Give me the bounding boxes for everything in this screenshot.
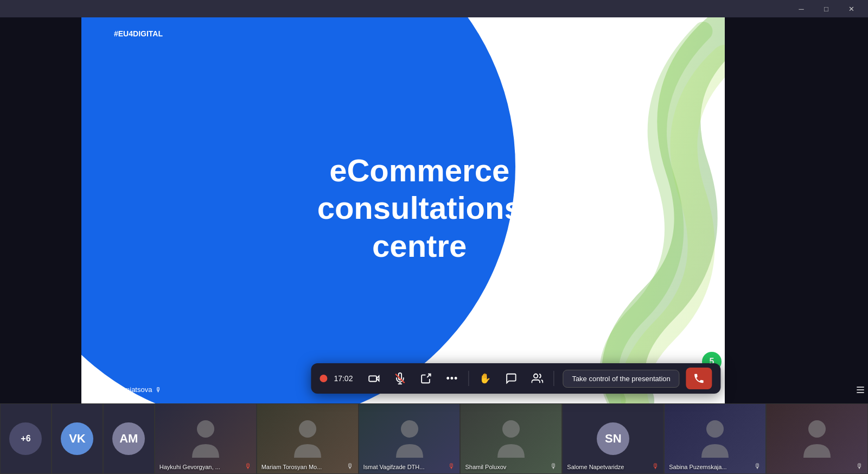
participant-tile-last[interactable]: 🎙 xyxy=(766,403,868,474)
minimize-button[interactable]: ─ xyxy=(789,0,814,17)
svg-point-8 xyxy=(299,420,316,438)
presenter-name-label: Valeryia Kuzniatsova 🎙 xyxy=(87,385,162,394)
participant-tile-extra[interactable]: +6 xyxy=(0,403,52,474)
camera-button[interactable] xyxy=(362,366,386,390)
participant-tile-am[interactable]: AM xyxy=(103,403,155,474)
svg-point-9 xyxy=(401,420,418,438)
svg-point-12 xyxy=(808,420,826,438)
svg-point-7 xyxy=(197,420,214,438)
mic-icon-mariam: 🎙 xyxy=(347,462,354,470)
avatar-vk: VK xyxy=(61,422,93,455)
participant-tile-ismat[interactable]: Ismat Vagifzade DTH... 🎙 xyxy=(359,403,461,474)
participant-tile-salome[interactable]: SN Salome Napetvaridze 🎙 xyxy=(562,403,664,474)
slide-hashtag: #EU4DIGITAL xyxy=(114,29,163,38)
share-screen-button[interactable] xyxy=(414,366,438,390)
mic-icon-shamil: 🎙 xyxy=(550,462,557,470)
close-button[interactable]: ✕ xyxy=(839,0,864,17)
participant-name-sabina: Sabina Puzemskaja... xyxy=(669,464,726,470)
mic-icon-sabina: 🎙 xyxy=(754,462,761,470)
toolbar-divider xyxy=(468,371,469,386)
more-options-button[interactable]: ••• xyxy=(440,366,464,390)
extra-count-badge: +6 xyxy=(9,422,42,455)
mic-icon-haykuhi: 🎙 xyxy=(245,462,252,470)
participants-button[interactable] xyxy=(525,366,549,390)
participants-strip: +6 VK AM Haykuhi Gevorgyan, ... 🎙 xyxy=(0,403,868,474)
participant-name-mariam: Mariam Torosyan Mo... xyxy=(261,464,322,470)
slide: #EU4DIGITAL eCommerce consultations cent… xyxy=(81,17,725,403)
avatar-sn: SN xyxy=(597,422,629,455)
title-bar: ─ □ ✕ xyxy=(0,0,868,17)
svg-line-5 xyxy=(427,374,430,377)
svg-point-10 xyxy=(502,420,520,438)
chat-button[interactable] xyxy=(499,366,523,390)
slide-title-line2: consultations xyxy=(317,191,522,226)
left-sidebar xyxy=(0,17,81,403)
slide-title-line1: eCommerce xyxy=(329,153,509,188)
maximize-button[interactable]: □ xyxy=(814,0,839,17)
microphone-button[interactable] xyxy=(388,366,412,390)
participant-tile-haykuhi[interactable]: Haykuhi Gevorgyan, ... 🎙 xyxy=(155,403,257,474)
avatar-am: AM xyxy=(112,422,145,455)
right-sidebar xyxy=(725,17,868,403)
participant-tile-shamil[interactable]: Shamil Poluxov 🎙 xyxy=(460,403,562,474)
slide-title-line3: centre xyxy=(372,228,467,263)
presenter-mic-icon: 🎙 xyxy=(155,386,162,394)
mic-icon-ismat: 🎙 xyxy=(448,462,455,470)
take-control-button[interactable]: Take control of the presentation xyxy=(563,370,679,388)
participant-name-haykuhi: Haykuhi Gevorgyan, ... xyxy=(159,464,220,470)
slide-title: eCommerce consultations centre xyxy=(317,151,522,265)
presentation-area: #EU4DIGITAL eCommerce consultations cent… xyxy=(81,17,725,403)
panel-expand-icon[interactable] xyxy=(855,384,866,398)
mic-icon-salome: 🎙 xyxy=(652,462,659,470)
participant-tile-sabina[interactable]: Sabina Puzemskaja... 🎙 xyxy=(664,403,766,474)
svg-point-6 xyxy=(534,374,538,378)
svg-rect-0 xyxy=(369,376,376,381)
presenter-name-text: Valeryia Kuzniatsova xyxy=(87,385,152,394)
participant-name-shamil: Shamil Poluxov xyxy=(465,464,506,470)
participant-name-salome: Salome Napetvaridze xyxy=(567,464,624,470)
participant-name-ismat: Ismat Vagifzade DTH... xyxy=(363,464,425,470)
raise-hand-button[interactable]: ✋ xyxy=(473,366,497,390)
participant-tile-vk[interactable]: VK xyxy=(52,403,103,474)
end-call-button[interactable] xyxy=(686,368,712,389)
toolbar-divider-2 xyxy=(553,371,554,386)
mic-icon-last: 🎙 xyxy=(856,462,863,470)
meeting-timer: 17:02 xyxy=(334,374,358,383)
participant-tile-mariam[interactable]: Mariam Torosyan Mo... 🎙 xyxy=(257,403,359,474)
meeting-toolbar: 17:02 ••• ✋ xyxy=(311,363,720,394)
slide-swirl-decoration xyxy=(497,17,725,403)
record-indicator xyxy=(320,375,327,382)
svg-point-11 xyxy=(706,420,724,438)
